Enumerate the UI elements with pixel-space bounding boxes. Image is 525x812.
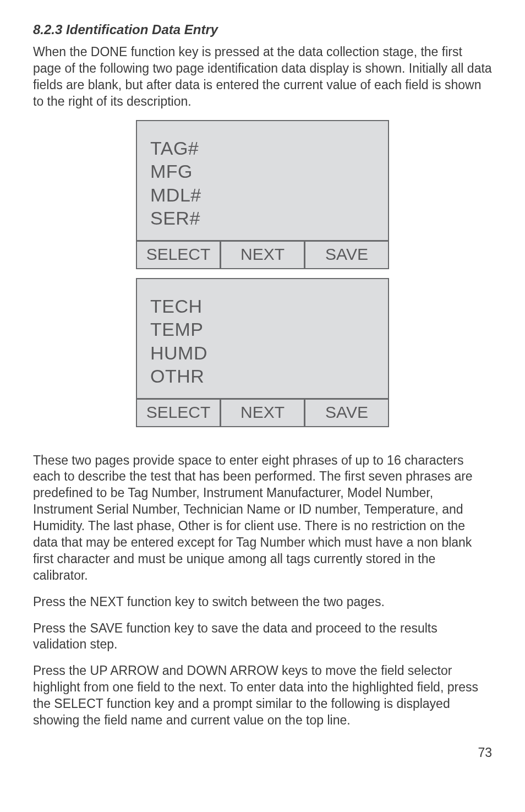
screen-page-1: TAG# MFG MDL# SER# SELECT NEXT SAVE (136, 120, 389, 269)
softkey-next-2[interactable]: NEXT (221, 400, 305, 426)
intro-paragraph: When the DONE function key is pressed at… (33, 44, 492, 110)
paragraph-4: Press the SAVE function key to save the … (33, 620, 492, 653)
screen-page-2: TECH TEMP HUMD OTHR SELECT NEXT SAVE (136, 278, 389, 427)
paragraph-3: Press the NEXT function key to switch be… (33, 594, 492, 611)
screen-2-line-4: OTHR (150, 364, 375, 388)
softkey-next-1[interactable]: NEXT (221, 242, 305, 268)
screen-2-body: TECH TEMP HUMD OTHR (137, 279, 388, 398)
paragraph-5: Press the UP ARROW and DOWN ARROW keys t… (33, 663, 492, 729)
page-number: 73 (33, 745, 492, 760)
screen-2-line-3: HUMD (150, 341, 375, 365)
softkey-save-2[interactable]: SAVE (305, 400, 388, 426)
screen-1-body: TAG# MFG MDL# SER# (137, 121, 388, 240)
softkey-select-2[interactable]: SELECT (137, 400, 221, 426)
screen-2-line-2: TEMP (150, 318, 375, 341)
screens-container: TAG# MFG MDL# SER# SELECT NEXT SAVE TECH… (33, 120, 492, 436)
screen-2-softkeys: SELECT NEXT SAVE (137, 398, 388, 426)
paragraph-2: These two pages provide space to enter e… (33, 453, 492, 584)
screen-1-line-2: MFG (150, 160, 375, 183)
softkey-select-1[interactable]: SELECT (137, 242, 221, 268)
screen-1-softkeys: SELECT NEXT SAVE (137, 240, 388, 268)
section-title: 8.2.3 Identification Data Entry (33, 22, 492, 37)
screen-1-line-3: MDL# (150, 183, 375, 207)
softkey-save-1[interactable]: SAVE (305, 242, 388, 268)
screen-2-line-1: TECH (150, 295, 375, 318)
screen-1-line-4: SER# (150, 206, 375, 230)
screen-1-line-1: TAG# (150, 137, 375, 160)
